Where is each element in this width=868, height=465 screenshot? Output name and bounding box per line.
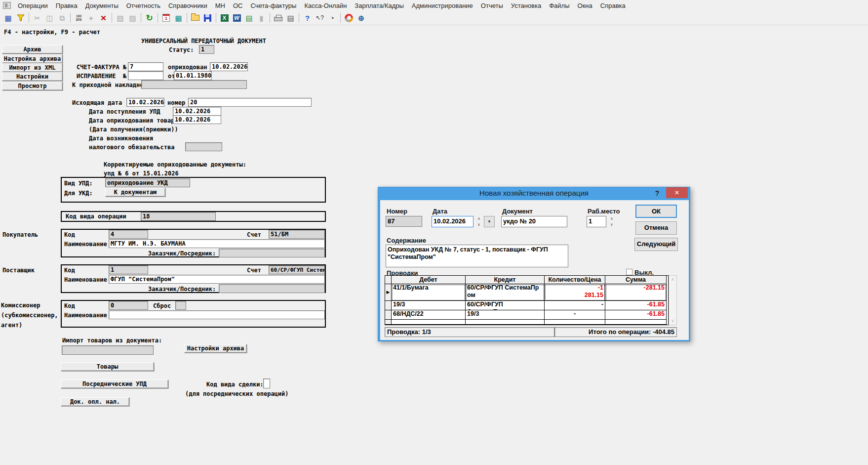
menu-item-files[interactable]: Файлы xyxy=(545,0,573,11)
buyer-name-field[interactable]: МГТУ ИМ. Н.Э. БАУМАНА xyxy=(109,239,325,248)
row-indicator-current[interactable]: ▶ xyxy=(385,284,392,301)
row-indicator[interactable] xyxy=(385,301,392,310)
dialog-close-button[interactable]: ✕ xyxy=(666,187,688,198)
content-textarea[interactable]: Оприходован УКД № 7, статус - 1, поставщ… xyxy=(386,245,568,267)
menu-item-reporting[interactable]: Отчетность xyxy=(122,0,164,11)
off-checkbox[interactable] xyxy=(626,269,632,275)
export-word-icon[interactable]: W xyxy=(231,12,243,24)
scroll-down-icon[interactable]: ∨ xyxy=(669,317,676,325)
print-icon[interactable] xyxy=(272,12,284,24)
open-file-icon[interactable] xyxy=(189,12,201,24)
menu-item-mn[interactable]: МН xyxy=(211,0,229,11)
table-cell-sum[interactable]: -61.85 xyxy=(605,310,667,320)
paste-icon[interactable]: ◫ xyxy=(43,12,56,24)
date-spin-up-icon[interactable]: ∧ xyxy=(476,216,482,221)
report-icon[interactable]: ▤ xyxy=(243,12,255,24)
deal-code-field[interactable] xyxy=(263,379,270,388)
table-cell-sum[interactable]: -61.85 xyxy=(605,301,667,310)
menu-item-payroll[interactable]: Зарплата/Кадры xyxy=(351,0,408,11)
upd-kind-field[interactable]: оприходование УКД xyxy=(105,178,190,187)
context-help-icon[interactable]: ↖? xyxy=(314,12,326,24)
correction-date-field[interactable]: 01.01.1980 xyxy=(174,71,212,80)
cut-icon[interactable]: ✂ xyxy=(31,12,43,24)
menu-item-directories[interactable]: Справочники xyxy=(164,0,211,11)
table-cell-qty[interactable]: -1281.15 xyxy=(545,284,605,301)
filter-icon[interactable] xyxy=(14,12,27,24)
app-icon[interactable] xyxy=(3,2,11,9)
print-preview-icon[interactable]: ▤ xyxy=(284,12,297,24)
receipt-note-field[interactable] xyxy=(141,80,247,89)
menu-item-invoices[interactable]: Счета-фактуры xyxy=(246,0,300,11)
supplier-customer-field[interactable] xyxy=(219,284,325,293)
menu-item-edit[interactable]: Правка xyxy=(52,0,81,11)
table-cell-credit[interactable]: 60/СР/ФГУП СистемаПро xyxy=(466,301,545,310)
invoice-number-field[interactable]: 7 xyxy=(128,62,163,71)
table-cell-qty[interactable]: - xyxy=(545,301,605,310)
sidebar-button-archive[interactable]: Архив xyxy=(2,45,63,54)
supplier-name-field[interactable]: ФГУП "СистемаПром" xyxy=(109,275,325,284)
export-excel-icon[interactable]: X xyxy=(218,12,231,24)
tax-obligation-date-field[interactable] xyxy=(185,142,222,151)
delete-icon[interactable]: ✕ xyxy=(97,12,110,24)
outgoing-number-field[interactable]: 20 xyxy=(188,98,312,107)
copy-icon[interactable]: ⧉ xyxy=(56,12,68,24)
form-grid-icon[interactable]: ▦ xyxy=(2,12,14,24)
workplace-spin-up-icon[interactable]: ∧ xyxy=(609,216,615,221)
commissioner-code-field[interactable]: 0 xyxy=(109,301,148,310)
reverse-180-icon[interactable]: 180370 xyxy=(73,12,85,24)
table-cell-credit[interactable]: 19/3 xyxy=(466,310,545,320)
correction-number-field[interactable] xyxy=(128,71,163,80)
upd-arrival-date-field[interactable]: 10.02.2026 xyxy=(173,107,221,116)
row-indicator[interactable] xyxy=(385,310,392,320)
next-button[interactable]: Следующий xyxy=(634,238,678,251)
browser-icon[interactable] xyxy=(343,12,355,24)
ok-button[interactable]: ОК xyxy=(635,205,677,218)
workplace-field[interactable]: 1 xyxy=(587,216,606,227)
spray-icon[interactable]: ▨ xyxy=(114,12,126,24)
import-goods-field[interactable] xyxy=(62,345,154,355)
menu-item-kassa-online[interactable]: Касса-Онлайн xyxy=(300,0,351,11)
spray-fill-icon[interactable]: ▨ xyxy=(126,12,139,24)
goods-receipt-date-field[interactable]: 10.02.2026 xyxy=(173,115,221,124)
op-code-field[interactable]: 18 xyxy=(141,212,216,221)
date-dropdown-button[interactable]: ▼ xyxy=(484,216,495,227)
archive-settings-button[interactable]: Настройки архива xyxy=(184,344,247,353)
sidebar-button-preview[interactable]: Просмотр xyxy=(2,82,63,90)
table-cell-credit[interactable]: 60/СР/ФГУП СистемаПром xyxy=(466,284,545,301)
commissioner-reset-field[interactable] xyxy=(175,301,186,310)
to-documents-button[interactable]: К документам xyxy=(105,188,165,197)
table-cell-debit[interactable]: 19/3 xyxy=(392,301,466,310)
calculator-icon[interactable]: ▦ xyxy=(172,12,185,24)
scroll-up-icon[interactable]: ∧ xyxy=(669,276,676,283)
add-icon[interactable]: + xyxy=(85,12,97,24)
intermediary-upd-button[interactable]: Посреднические УПД xyxy=(61,380,168,388)
document-icon[interactable]: ▮ xyxy=(255,12,268,24)
sidebar-button-import-xml[interactable]: Импорт из XML xyxy=(2,63,63,72)
buyer-customer-field[interactable] xyxy=(219,249,325,257)
menu-item-reports[interactable]: Отчеты xyxy=(477,0,507,11)
menu-item-help[interactable]: Справка xyxy=(596,0,630,11)
date-field[interactable]: 10.02.2026 xyxy=(432,216,473,227)
commissioner-name-field[interactable] xyxy=(109,310,325,319)
table-cell-debit[interactable]: 68/НДС/22 xyxy=(392,310,466,320)
buyer-code-field[interactable]: 4 xyxy=(109,230,148,239)
table-cell-debit[interactable]: 41/1/Бумага xyxy=(392,284,466,301)
save-icon[interactable] xyxy=(201,12,214,24)
internet-icon[interactable]: ⊕ xyxy=(355,12,367,24)
col-header-qty-price[interactable]: Количество/Цена xyxy=(545,276,605,284)
workplace-spin-down-icon[interactable]: ∨ xyxy=(609,222,615,227)
buyer-account-field[interactable]: 51/БМ xyxy=(269,230,325,239)
refresh-icon[interactable]: ↻ xyxy=(143,12,156,24)
menu-item-documents[interactable]: Документы xyxy=(81,0,122,11)
status-field[interactable]: 1 xyxy=(199,45,214,54)
date-spin-down-icon[interactable]: ∨ xyxy=(476,222,482,227)
menu-item-windows[interactable]: Окна xyxy=(574,0,596,11)
document-field[interactable]: укдо № 20 xyxy=(501,216,567,227)
sidebar-button-import-settings[interactable]: Настройки импорта xyxy=(2,72,63,81)
table-cell-sum[interactable]: -281.15 xyxy=(605,284,667,301)
cancel-button[interactable]: Отмена xyxy=(635,221,677,235)
table-cell-qty[interactable]: - xyxy=(545,310,605,320)
received-date-field[interactable]: 10.02.2026 xyxy=(210,62,248,71)
compass-icon[interactable]: ◔ xyxy=(326,12,338,24)
postings-scrollbar[interactable]: ∧ ∨ xyxy=(669,275,677,325)
